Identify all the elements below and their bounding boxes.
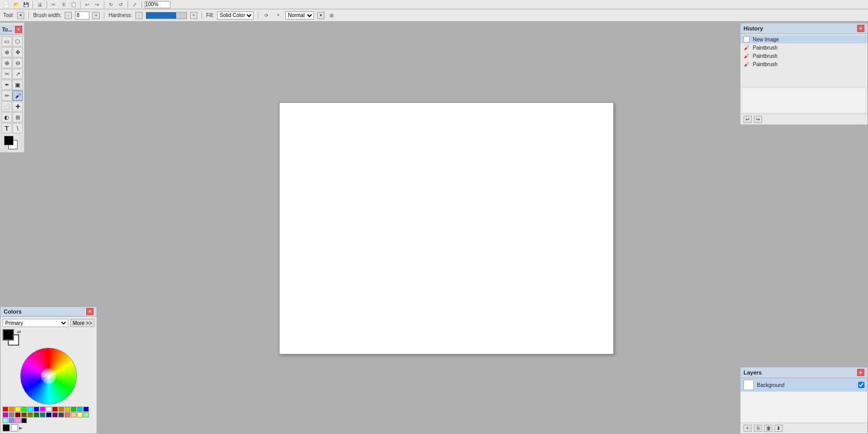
fill-select[interactable]: Solid Color Pattern Gradient [217, 11, 254, 20]
palette-color-swatch[interactable] [34, 407, 39, 412]
palette-color-swatch[interactable] [15, 418, 21, 423]
new-layer-btn[interactable]: + [743, 425, 752, 432]
white-swatch[interactable] [11, 424, 18, 431]
black-swatch[interactable] [3, 424, 10, 431]
palette-color-swatch[interactable] [65, 412, 70, 417]
palette-color-swatch[interactable] [27, 412, 33, 417]
palette-color-swatch[interactable] [83, 412, 89, 417]
history-item-3[interactable]: 🖌 Paintbrush [740, 60, 867, 68]
symmetry-icon[interactable]: ⟳ [262, 11, 271, 20]
bucket-tool[interactable]: ▣ [12, 80, 23, 90]
hardness-slider[interactable] [146, 12, 187, 19]
palette-color-swatch[interactable] [9, 412, 14, 417]
palette-scroll-icon[interactable]: ▶ [19, 426, 22, 430]
history-close-btn[interactable]: × [857, 25, 864, 32]
open-file-icon[interactable]: 📂 [12, 1, 20, 9]
brush-width-increase-btn[interactable]: + [92, 12, 100, 19]
palette-color-swatch[interactable] [9, 407, 14, 412]
swap-colors-icon[interactable]: ⇄ [17, 329, 21, 334]
history-item-1[interactable]: 🖌 Paintbrush [740, 43, 867, 52]
merge-layers-btn[interactable]: ⬇ [774, 425, 783, 432]
brush-width-decrease-btn[interactable]: - [65, 12, 72, 19]
history-undo-btn[interactable]: ↩ [743, 116, 752, 123]
zoom-in-tool[interactable]: ⊕ [2, 58, 12, 68]
rectangle-select-tool[interactable]: ▭ [2, 36, 12, 47]
palette-color-swatch[interactable] [77, 412, 83, 417]
paste-icon[interactable]: 📋 [69, 1, 78, 9]
zoom-tool[interactable]: ⊕ [2, 47, 12, 57]
heal-tool[interactable]: ✚ [12, 101, 23, 112]
zoom-out-tool[interactable]: ⊖ [12, 58, 23, 68]
align-icon[interactable]: ⌖ [274, 11, 282, 20]
text-tool[interactable]: T [2, 123, 12, 133]
undo-icon[interactable]: ↩ [83, 1, 91, 9]
color-wheel[interactable] [20, 348, 77, 405]
toolbox-close-btn[interactable]: × [15, 26, 22, 33]
new-file-icon[interactable]: 📄 [2, 1, 10, 9]
palette-color-swatch[interactable] [21, 407, 27, 412]
mode-options-btn[interactable]: ▾ [317, 12, 324, 19]
palette-color-swatch[interactable] [52, 412, 58, 417]
colors-more-btn[interactable]: More >> [70, 319, 95, 327]
palette-color-swatch[interactable] [83, 407, 89, 412]
palette-color-swatch[interactable] [58, 407, 64, 412]
path-tool[interactable]: ✒ [2, 80, 12, 90]
fg-color-swatch[interactable] [3, 329, 14, 340]
zoom-input[interactable] [145, 1, 171, 8]
history-item-new[interactable]: New Image [740, 35, 867, 43]
palette-color-swatch[interactable] [15, 412, 21, 417]
palette-color-swatch[interactable] [3, 407, 8, 412]
palette-color-swatch[interactable] [58, 412, 64, 417]
palette-color-swatch[interactable] [3, 418, 8, 423]
drawing-canvas[interactable] [279, 102, 614, 354]
clone-tool[interactable]: ⊞ [12, 112, 23, 122]
print-icon[interactable]: 🖨 [36, 1, 44, 9]
history-redo-btn[interactable]: ↪ [754, 116, 762, 123]
free-select-tool[interactable]: ⬡ [12, 36, 23, 47]
palette-color-swatch[interactable] [46, 407, 52, 412]
layer-visibility-checkbox[interactable] [858, 382, 864, 388]
palette-color-swatch[interactable] [40, 412, 45, 417]
delete-layer-btn[interactable]: 🗑 [764, 425, 772, 432]
path-text-tool[interactable]: \ [12, 123, 23, 133]
palette-color-swatch[interactable] [21, 412, 27, 417]
palette-color-swatch[interactable] [9, 418, 14, 423]
foreground-color-swatch[interactable] [4, 136, 13, 145]
duplicate-layer-btn[interactable]: ⎘ [754, 425, 762, 432]
copy-icon[interactable]: ⎘ [59, 1, 68, 9]
brush-width-input[interactable] [75, 11, 89, 20]
palette-color-swatch[interactable] [40, 407, 45, 412]
transform-tool[interactable]: ↗ [12, 69, 23, 79]
palette-color-swatch[interactable] [71, 407, 76, 412]
palette-color-swatch[interactable] [34, 412, 39, 417]
hardness-increase-btn[interactable]: + [190, 12, 197, 19]
layers-close-btn[interactable]: × [857, 369, 864, 376]
history-item-2[interactable]: 🖌 Paintbrush [740, 52, 867, 60]
pencil-tool[interactable]: ✏ [2, 90, 12, 101]
palette-color-swatch[interactable] [3, 412, 8, 417]
rotate-cw-icon[interactable]: ↻ [107, 1, 115, 9]
tool-picker-btn[interactable]: ▾ [17, 12, 24, 19]
palette-color-swatch[interactable] [27, 407, 33, 412]
resize-icon[interactable]: ⤢ [131, 1, 139, 9]
palette-color-swatch[interactable] [21, 418, 27, 423]
save-file-icon[interactable]: 💾 [22, 1, 30, 9]
redo-icon[interactable]: ↪ [93, 1, 101, 9]
palette-color-swatch[interactable] [46, 412, 52, 417]
palette-color-swatch[interactable] [71, 412, 76, 417]
colors-close-btn[interactable]: × [86, 308, 94, 315]
palette-color-swatch[interactable] [65, 407, 70, 412]
palette-color-swatch[interactable] [15, 407, 21, 412]
rotate-ccw-icon[interactable]: ↺ [117, 1, 125, 9]
palette-color-swatch[interactable] [77, 407, 83, 412]
color-squares[interactable] [4, 136, 21, 150]
paintbrush-tool[interactable]: 🖌 [12, 90, 23, 101]
layer-background-item[interactable]: Background [740, 378, 867, 392]
palette-color-swatch[interactable] [52, 407, 58, 412]
eraser-tool[interactable]: ⬜ [2, 101, 12, 112]
colors-primary-select[interactable]: Primary Secondary [3, 319, 68, 327]
crop-tool[interactable]: ✂ [2, 69, 12, 79]
dodge-tool[interactable]: ◐ [2, 112, 12, 122]
hardness-decrease-btn[interactable]: - [135, 12, 143, 19]
pan-tool[interactable]: ✥ [12, 47, 23, 57]
